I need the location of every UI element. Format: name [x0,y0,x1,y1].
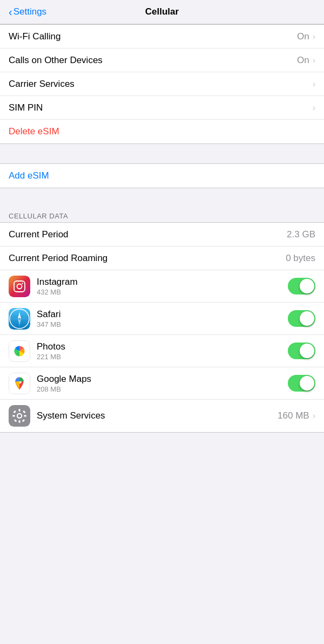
google-maps-toggle[interactable] [288,375,315,392]
carrier-services-row[interactable]: Carrier Services › [0,72,324,96]
safari-row[interactable]: Safari 347 MB [0,303,324,335]
system-services-chevron-icon: › [313,411,315,421]
system-services-name: System Services [37,410,278,421]
instagram-name: Instagram [37,277,288,287]
photos-icon [9,340,30,362]
current-period-row[interactable]: Current Period 2.3 GB [0,223,324,246]
navigation-header: ‹ Settings Cellular [0,0,324,24]
instagram-toggle-knob [300,279,314,293]
svg-rect-12 [12,415,15,417]
section-gap-1 [0,144,324,163]
photos-toggle[interactable] [288,342,315,359]
current-period-roaming-row[interactable]: Current Period Roaming 0 bytes [0,246,324,270]
wifi-calling-chevron-icon: › [313,32,315,42]
google-maps-size: 208 MB [37,385,288,393]
svg-point-1 [17,284,22,289]
calls-other-devices-chevron-icon: › [313,56,315,65]
safari-icon [9,308,30,330]
svg-point-19 [18,414,21,417]
safari-toggle[interactable] [288,310,315,327]
system-services-icon [9,405,30,427]
add-esim-row[interactable]: Add eSIM [0,164,324,188]
instagram-icon [9,276,30,297]
photos-size: 221 MB [37,353,288,361]
photos-info: Photos 221 MB [37,341,288,361]
wifi-calling-label: Wi-Fi Calling [9,31,297,42]
safari-info: Safari 347 MB [37,309,288,328]
google-maps-toggle-knob [300,376,314,390]
sim-pin-label: SIM PIN [9,102,313,113]
calls-other-devices-label: Calls on Other Devices [9,55,297,66]
cellular-data-section: Current Period 2.3 GB Current Period Roa… [0,222,324,433]
carrier-services-chevron-icon: › [313,79,315,89]
current-period-label: Current Period [9,229,287,240]
page-title: Cellular [145,6,179,17]
back-button[interactable]: ‹ Settings [9,6,46,18]
svg-rect-13 [24,415,26,417]
photos-toggle-knob [300,344,314,358]
safari-toggle-knob [300,311,314,326]
back-label: Settings [14,6,46,17]
svg-point-2 [22,283,23,284]
svg-rect-0 [14,281,25,292]
google-maps-name: Google Maps [37,374,288,385]
current-period-roaming-value: 0 bytes [286,253,315,264]
instagram-info: Instagram 432 MB [37,277,288,296]
back-chevron-icon: ‹ [9,6,12,18]
section-gap-2 [0,188,324,208]
svg-rect-11 [19,420,21,423]
safari-size: 347 MB [37,320,288,328]
add-esim-section: Add eSIM [0,163,324,188]
carrier-services-label: Carrier Services [9,79,313,90]
top-section: Wi-Fi Calling On › Calls on Other Device… [0,24,324,144]
calls-other-devices-value: On [297,55,309,66]
google-maps-icon [9,373,30,394]
system-services-row[interactable]: System Services 160 MB › [0,400,324,432]
delete-esim-label: Delete eSIM [9,126,59,137]
instagram-size: 432 MB [37,288,288,296]
google-maps-info: Google Maps 208 MB [37,374,288,393]
current-period-value: 2.3 GB [287,229,315,240]
instagram-toggle[interactable] [288,278,315,294]
current-period-roaming-label: Current Period Roaming [9,253,286,264]
svg-rect-16 [14,419,17,422]
delete-esim-row[interactable]: Delete eSIM [0,120,324,143]
system-services-info: System Services [37,410,278,421]
instagram-row[interactable]: Instagram 432 MB [0,270,324,303]
safari-name: Safari [37,309,288,320]
svg-rect-15 [22,419,25,422]
wifi-calling-value: On [297,31,309,42]
google-maps-row[interactable]: Google Maps 208 MB [0,367,324,400]
photos-row[interactable]: Photos 221 MB [0,335,324,367]
photos-name: Photos [37,341,288,352]
system-services-value: 160 MB [278,410,309,421]
wifi-calling-row[interactable]: Wi-Fi Calling On › [0,25,324,49]
add-esim-label: Add eSIM [9,170,49,181]
sim-pin-chevron-icon: › [313,103,315,113]
sim-pin-row[interactable]: SIM PIN › [0,96,324,120]
svg-rect-14 [13,410,16,414]
svg-rect-17 [23,410,26,414]
cellular-data-header: CELLULAR DATA [0,208,324,222]
calls-other-devices-row[interactable]: Calls on Other Devices On › [0,49,324,72]
svg-rect-10 [19,409,21,412]
